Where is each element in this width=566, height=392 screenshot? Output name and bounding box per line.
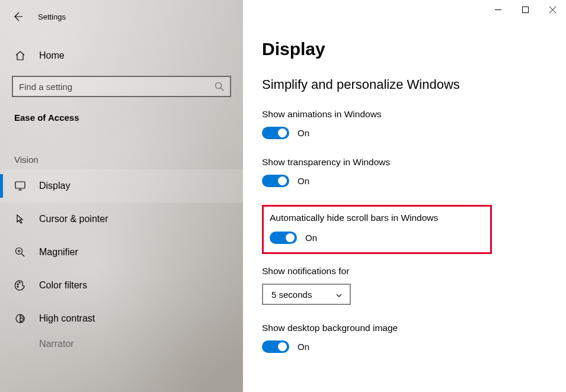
toggle-row: On bbox=[262, 340, 566, 353]
search-input[interactable] bbox=[19, 82, 215, 92]
sidebar-item-color-filters[interactable]: Color filters bbox=[0, 269, 243, 302]
sidebar-item-high-contrast[interactable]: High contrast bbox=[0, 302, 243, 335]
page-title: Display bbox=[262, 39, 566, 59]
search-box[interactable] bbox=[12, 76, 231, 97]
monitor-icon bbox=[14, 180, 26, 192]
setting-label: Automatically hide scroll bars in Window… bbox=[270, 213, 481, 223]
notifications-dropdown[interactable]: 5 seconds bbox=[262, 284, 351, 305]
sidebar-item-display[interactable]: Display bbox=[0, 169, 243, 203]
toggle-state: On bbox=[298, 342, 309, 352]
title-row: Settings bbox=[0, 5, 243, 28]
search-icon bbox=[215, 82, 224, 91]
sidebar-item-label: Magnifier bbox=[39, 247, 78, 258]
narrator-icon bbox=[14, 338, 26, 350]
setting-desktop-bg: Show desktop background image On bbox=[262, 323, 566, 353]
category-title: Ease of Access bbox=[0, 97, 243, 133]
setting-transparency: Show transparency in Windows On bbox=[262, 157, 566, 187]
scrollbars-toggle[interactable] bbox=[270, 232, 297, 244]
setting-scrollbars-highlighted: Automatically hide scroll bars in Window… bbox=[262, 205, 492, 254]
toggle-row: On bbox=[262, 175, 566, 187]
setting-label: Show transparency in Windows bbox=[262, 157, 566, 168]
toggle-state: On bbox=[298, 176, 309, 186]
sidebar-item-narrator[interactable]: Narrator bbox=[0, 335, 243, 353]
home-nav[interactable]: Home bbox=[0, 39, 243, 72]
setting-label: Show notifications for bbox=[262, 266, 566, 277]
svg-rect-0 bbox=[522, 7, 528, 12]
sidebar-item-label: Display bbox=[39, 181, 70, 191]
setting-animations: Show animations in Windows On bbox=[262, 109, 566, 139]
sidebar-item-cursor-pointer[interactable]: Cursor & pointer bbox=[0, 203, 243, 236]
setting-notifications: Show notifications for 5 seconds bbox=[262, 266, 566, 305]
cursor-icon bbox=[14, 213, 26, 225]
close-button[interactable] bbox=[539, 0, 566, 19]
svg-rect-2 bbox=[15, 182, 25, 188]
transparency-toggle[interactable] bbox=[262, 175, 289, 187]
search-container bbox=[0, 76, 243, 97]
main-content: Display Simplify and personalize Windows… bbox=[243, 0, 566, 392]
back-button[interactable] bbox=[12, 11, 24, 23]
home-icon bbox=[14, 50, 26, 62]
svg-point-6 bbox=[17, 286, 18, 287]
toggle-state: On bbox=[298, 128, 309, 138]
setting-label: Show animations in Windows bbox=[262, 109, 566, 120]
window-controls bbox=[484, 0, 566, 19]
sidebar-item-magnifier[interactable]: Magnifier bbox=[0, 236, 243, 269]
magnifier-icon bbox=[14, 246, 26, 258]
section-title: Simplify and personalize Windows bbox=[262, 77, 566, 92]
desktop-bg-toggle[interactable] bbox=[262, 340, 289, 353]
maximize-button[interactable] bbox=[511, 0, 539, 19]
dropdown-value: 5 seconds bbox=[271, 290, 312, 300]
palette-icon bbox=[14, 279, 26, 291]
chevron-down-icon bbox=[335, 291, 343, 298]
animations-toggle[interactable] bbox=[262, 127, 289, 139]
sidebar-item-label: High contrast bbox=[39, 313, 95, 324]
app-title: Settings bbox=[38, 12, 66, 21]
group-title: Vision bbox=[0, 133, 243, 169]
sidebar: Settings Home Ease of Access Vision Disp… bbox=[0, 0, 243, 392]
sidebar-item-label: Cursor & pointer bbox=[39, 214, 108, 224]
svg-point-5 bbox=[19, 282, 20, 283]
home-label: Home bbox=[39, 50, 65, 61]
sidebar-item-label: Color filters bbox=[39, 280, 87, 291]
toggle-state: On bbox=[305, 233, 317, 243]
contrast-icon bbox=[14, 313, 26, 324]
settings-window: Settings Home Ease of Access Vision Disp… bbox=[0, 0, 566, 392]
svg-point-4 bbox=[17, 284, 18, 285]
toggle-row: On bbox=[270, 232, 481, 244]
svg-point-1 bbox=[216, 83, 222, 89]
setting-label: Show desktop background image bbox=[262, 323, 566, 333]
minimize-button[interactable] bbox=[484, 0, 511, 19]
toggle-row: On bbox=[262, 127, 566, 139]
sidebar-item-label: Narrator bbox=[39, 339, 74, 349]
